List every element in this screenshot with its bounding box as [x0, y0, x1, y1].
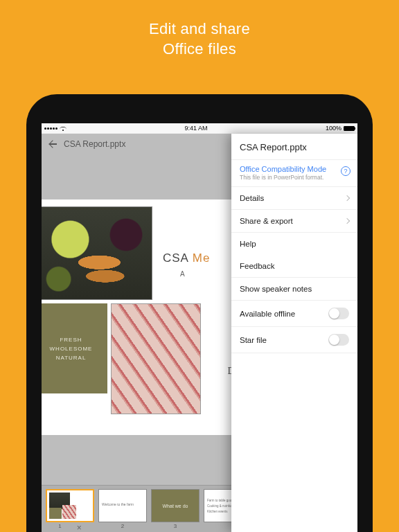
green-text-block: FRESH WHOLESOME NATURAL [42, 303, 107, 393]
battery-icon [344, 126, 355, 131]
tablet-screen: 9:41 AM 100% CSA Report.pptx CSA Me A FR… [42, 123, 357, 532]
offline-label: Available offline [240, 310, 295, 318]
thumb-3-number: 3 [174, 523, 177, 529]
promo-text: Edit and share Office files [0, 0, 399, 59]
ocm-title: Office Compatibility Mode [240, 165, 349, 173]
slide-canvas[interactable]: CSA Me A FRESH WHOLESOME NATURAL DR [42, 200, 249, 435]
office-compat-row[interactable]: Office Compatibility Mode This file is i… [231, 160, 357, 187]
back-arrow-icon[interactable] [48, 139, 58, 149]
available-offline-row: Available offline [231, 301, 357, 326]
feedback-label: Feedback [240, 262, 275, 270]
help-icon[interactable]: ? [341, 166, 351, 176]
slide-subtitle: A [180, 270, 185, 278]
thumb-1-number: 1 [58, 523, 61, 532]
vegetables-photo [42, 206, 152, 300]
star-label: Star file [240, 336, 267, 344]
thumb-2-number: 2 [121, 523, 124, 529]
star-file-row: Star file [231, 327, 357, 353]
tablet-frame: 9:41 AM 100% CSA Report.pptx CSA Me A FR… [26, 94, 373, 532]
star-toggle[interactable] [328, 334, 349, 346]
speaker-notes-row[interactable]: Show speaker notes [231, 278, 357, 301]
chevron-right-icon [344, 218, 350, 224]
battery-percent: 100% [326, 125, 342, 132]
chevron-right-icon [344, 195, 350, 201]
panel-title: CSA Report.pptx [231, 134, 357, 160]
ios-status-bar: 9:41 AM 100% [42, 123, 357, 134]
editor-filename: CSA Report.pptx [64, 139, 125, 149]
beans-photo [111, 303, 201, 414]
speaker-label: Show speaker notes [240, 285, 312, 293]
thumb-1[interactable] [46, 489, 94, 522]
thumb-2[interactable]: Welcome to the farm [98, 489, 147, 522]
close-thumb-icon[interactable]: × [77, 523, 82, 532]
thumb-3[interactable]: What we do [151, 489, 200, 522]
wifi-icon [60, 126, 66, 131]
feedback-row[interactable]: Feedback [231, 255, 357, 278]
signal-dots-icon [44, 127, 57, 130]
promo-line2: Office files [163, 40, 236, 57]
share-label: Share & export [240, 217, 293, 225]
side-panel: CSA Report.pptx Office Compatibility Mod… [231, 134, 357, 532]
details-row[interactable]: Details [231, 187, 357, 210]
help-label: Help [240, 240, 256, 248]
statusbar-time: 9:41 AM [184, 125, 207, 132]
promo-line1: Edit and share [149, 20, 250, 37]
details-label: Details [240, 194, 264, 202]
ocm-subtitle: This file is in PowerPoint format. [240, 174, 349, 181]
help-row[interactable]: Help [231, 233, 357, 255]
share-export-row[interactable]: Share & export [231, 210, 357, 233]
slide-title: CSA Me [163, 251, 210, 265]
offline-toggle[interactable] [328, 308, 349, 319]
